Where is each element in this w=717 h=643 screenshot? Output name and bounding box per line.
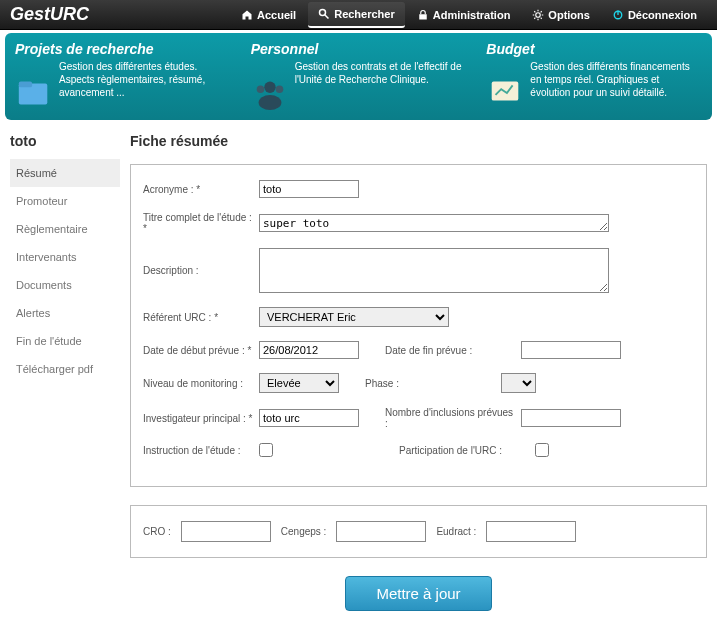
topnav: Accueil Rechercher Administration Option… xyxy=(231,2,707,28)
sidebar-title: toto xyxy=(10,133,120,149)
input-date-fin[interactable] xyxy=(521,341,621,359)
input-titre[interactable]: super toto xyxy=(259,214,609,232)
label-eudract: Eudract : xyxy=(436,526,476,537)
people-icon xyxy=(251,74,289,112)
input-inclusions[interactable] xyxy=(521,409,621,427)
banner-budget[interactable]: Budget Gestion des différents financemen… xyxy=(486,41,702,112)
chart-icon xyxy=(486,74,524,112)
banner-projets[interactable]: Projets de recherche Gestion des différe… xyxy=(15,41,231,112)
input-investigateur[interactable] xyxy=(259,409,359,427)
svg-point-8 xyxy=(264,82,275,93)
topbar: GestURC Accueil Rechercher Administratio… xyxy=(0,0,717,30)
label-date-fin: Date de fin prévue : xyxy=(385,345,515,356)
svg-rect-2 xyxy=(419,14,427,19)
label-acronyme: Acronyme : * xyxy=(143,184,253,195)
nav-options[interactable]: Options xyxy=(522,2,600,28)
lock-icon xyxy=(417,9,429,21)
form-main: Acronyme : * Titre complet de l'étude : … xyxy=(130,164,707,487)
select-phase[interactable] xyxy=(501,373,536,393)
sidebar-item-resume[interactable]: Résumé xyxy=(10,159,120,187)
sidebar-item-documents[interactable]: Documents xyxy=(10,271,120,299)
input-date-debut[interactable] xyxy=(259,341,359,359)
label-date-debut: Date de début prévue : * xyxy=(143,345,253,356)
sidebar-item-telecharger[interactable]: Télécharger pdf xyxy=(10,355,120,383)
input-cro[interactable] xyxy=(181,521,271,542)
nav-accueil[interactable]: Accueil xyxy=(231,2,306,28)
svg-rect-7 xyxy=(19,82,32,88)
svg-point-10 xyxy=(256,85,264,93)
nav-rechercher[interactable]: Rechercher xyxy=(308,2,405,28)
sidebar-item-reglementaire[interactable]: Règlementaire xyxy=(10,215,120,243)
banner: Projets de recherche Gestion des différe… xyxy=(5,33,712,120)
label-titre: Titre complet de l'étude : * xyxy=(143,212,253,234)
input-acronyme[interactable] xyxy=(259,180,359,198)
main: Fiche résumée Acronyme : * Titre complet… xyxy=(130,133,707,611)
checkbox-instruction[interactable] xyxy=(259,443,273,457)
sidebar-item-intervenants[interactable]: Intervenants xyxy=(10,243,120,271)
input-cengeps[interactable] xyxy=(336,521,426,542)
svg-point-3 xyxy=(536,12,541,17)
form-secondary: CRO : Cengeps : Eudract : xyxy=(130,505,707,558)
label-referent: Référent URC : * xyxy=(143,312,253,323)
input-description[interactable] xyxy=(259,248,609,293)
search-icon xyxy=(318,8,330,20)
label-phase: Phase : xyxy=(365,378,495,389)
label-inclusions: Nombre d'inclusions prévues : xyxy=(385,407,515,429)
nav-administration[interactable]: Administration xyxy=(407,2,521,28)
input-eudract[interactable] xyxy=(486,521,576,542)
svg-point-9 xyxy=(258,95,281,110)
page-title: Fiche résumée xyxy=(130,133,707,149)
sidebar-item-fin[interactable]: Fin de l'étude xyxy=(10,327,120,355)
label-description: Description : xyxy=(143,265,253,276)
sidebar: toto Résumé Promoteur Règlementaire Inte… xyxy=(10,133,120,611)
svg-point-0 xyxy=(320,9,326,15)
gear-icon xyxy=(532,9,544,21)
select-monitoring[interactable]: Elevée xyxy=(259,373,339,393)
home-icon xyxy=(241,9,253,21)
label-investigateur: Investigateur principal : * xyxy=(143,413,253,424)
label-cengeps: Cengeps : xyxy=(281,526,327,537)
power-icon xyxy=(612,9,624,21)
folder-icon xyxy=(15,74,53,112)
sidebar-item-alertes[interactable]: Alertes xyxy=(10,299,120,327)
submit-button[interactable]: Mettre à jour xyxy=(345,576,491,611)
banner-personnel[interactable]: Personnel Gestion des contrats et de l'e… xyxy=(251,41,467,112)
label-participation: Participation de l'URC : xyxy=(399,445,529,456)
label-cro: CRO : xyxy=(143,526,171,537)
checkbox-participation[interactable] xyxy=(535,443,549,457)
select-referent[interactable]: VERCHERAT Eric xyxy=(259,307,449,327)
app-logo: GestURC xyxy=(10,4,89,25)
nav-deconnexion[interactable]: Déconnexion xyxy=(602,2,707,28)
label-monitoring: Niveau de monitoring : xyxy=(143,378,253,389)
label-instruction: Instruction de l'étude : xyxy=(143,445,253,456)
svg-line-1 xyxy=(325,14,329,18)
svg-point-11 xyxy=(275,85,283,93)
sidebar-item-promoteur[interactable]: Promoteur xyxy=(10,187,120,215)
